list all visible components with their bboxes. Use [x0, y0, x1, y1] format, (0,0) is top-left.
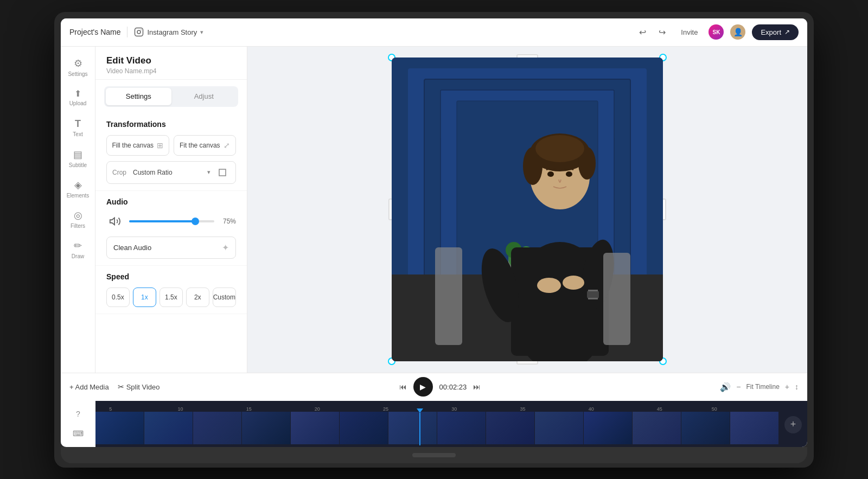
speed-1.5x-button[interactable]: 1.5x [159, 288, 183, 307]
transform-row: Fill the canvas ⊞ Fit the canvas ⤢ [106, 135, 236, 156]
draw-icon: ✏ [74, 240, 82, 252]
filters-icon: ◎ [74, 209, 82, 221]
split-video-button[interactable]: ✂ Split Video [118, 382, 160, 391]
skip-forward-button[interactable]: ⏭ [473, 382, 481, 391]
invite-button[interactable]: Invite [676, 26, 702, 39]
sidebar-item-settings[interactable]: ⚙ Settings [65, 53, 91, 81]
crop-ratio-select[interactable]: Custom Ratio 16:9 9:16 1:1 4:3 [133, 169, 203, 176]
split-icon: ✂ [118, 382, 124, 391]
ruler-tick-25: 25 [383, 406, 388, 412]
timeline-frame-8 [437, 412, 486, 444]
transformations-section: Transformations Fill the canvas ⊞ Fit th… [95, 113, 247, 191]
audio-title: Audio [106, 197, 236, 206]
ruler-tick-40: 40 [589, 406, 594, 412]
timeline-frame-12 [633, 412, 681, 444]
sidebar-item-elements[interactable]: ◈ Elements [65, 175, 91, 203]
timeline-frame-6 [340, 412, 388, 444]
playhead-triangle [417, 408, 423, 413]
add-clip-button[interactable]: + [784, 416, 802, 433]
undo-redo-group: ↩ ↪ [634, 24, 670, 40]
elements-label: Elements [67, 193, 90, 199]
timeline-frame-1 [95, 412, 144, 444]
volume-fill [129, 220, 193, 222]
playhead[interactable] [417, 408, 423, 445]
skip-back-button[interactable]: ⏮ [399, 382, 407, 391]
main-content: ⚙ Settings ⬆ Upload T Text ▤ Subtitle ◈ [61, 47, 807, 373]
ruler-tick-5: 5 [109, 406, 112, 412]
settings-label: Settings [68, 71, 87, 77]
volume-slider[interactable] [129, 220, 214, 222]
fit-timeline-button[interactable]: Fit Timeline [746, 383, 779, 391]
subtitle-label: Subtitle [69, 162, 87, 168]
undo-button[interactable]: ↩ [634, 24, 650, 40]
speed-section: Speed 0.5x 1x 1.5x 2x [95, 266, 247, 314]
timeline-frame-2 [144, 412, 193, 444]
plus-icon[interactable]: + [785, 382, 789, 391]
sidebar-item-text[interactable]: T Text [65, 114, 91, 142]
play-button[interactable]: ▶ [413, 377, 433, 397]
speed-0.5x-button[interactable]: 0.5x [106, 288, 130, 307]
canvas-frame: ↙ ↗ [392, 58, 663, 361]
ruler-tick-35: 35 [520, 406, 525, 412]
upload-icon: ⬆ [74, 88, 81, 99]
settings-panel: Edit Video Video Name.mp4 Settings Adjus… [95, 47, 247, 373]
crop-icon-button[interactable] [215, 165, 230, 180]
svg-rect-39 [435, 247, 462, 345]
ruler-tick-10: 10 [177, 406, 183, 412]
volume-label: 75% [220, 218, 236, 225]
ruler-tick-50: 50 [712, 406, 717, 412]
export-button[interactable]: Export ↗ [752, 24, 799, 40]
timeline-frame-5 [291, 412, 340, 444]
svg-point-37 [547, 171, 554, 177]
elements-icon: ◈ [74, 179, 82, 191]
crop-label: Crop [112, 169, 126, 176]
divider [127, 27, 127, 37]
tab-adjust[interactable]: Adjust [171, 88, 237, 105]
add-media-label: + Add Media [69, 383, 109, 391]
minus-icon[interactable]: − [736, 382, 741, 391]
sidebar-item-subtitle[interactable]: ▤ Subtitle [65, 144, 91, 173]
audio-control: 75% [106, 213, 236, 230]
sidebar-icons: ⚙ Settings ⬆ Upload T Text ▤ Subtitle ◈ [61, 47, 95, 373]
draw-label: Draw [72, 253, 84, 259]
svg-point-30 [563, 276, 584, 290]
expand-icon[interactable]: ↕ [795, 382, 799, 391]
ruler-tick-30: 30 [451, 406, 457, 412]
fill-icon: ⊞ [157, 141, 163, 150]
svg-rect-26 [587, 291, 599, 298]
sidebar-bottom: ? ⌨ [61, 401, 95, 447]
speed-1x-button[interactable]: 1x [133, 288, 156, 307]
timeline-strip [95, 412, 780, 444]
help-icon[interactable]: ? [71, 406, 86, 421]
time-display: 00:02:23 [439, 383, 467, 391]
clean-audio-button[interactable]: Clean Audio ✦ [106, 237, 236, 259]
timeline-frame-11 [584, 412, 633, 444]
fill-canvas-button[interactable]: Fill the canvas ⊞ [106, 135, 169, 156]
speed-1.5x-label: 1.5x [165, 293, 177, 301]
panel-header: Edit Video Video Name.mp4 [95, 47, 247, 80]
timeline-frame-4 [242, 412, 291, 444]
crop-row: Crop Custom Ratio 16:9 9:16 1:1 4:3 ▾ [106, 161, 236, 184]
scene-svg [392, 58, 663, 361]
keyboard-icon[interactable]: ⌨ [71, 426, 86, 441]
redo-button[interactable]: ↪ [654, 24, 670, 40]
speed-2x-button[interactable]: 2x [186, 288, 209, 307]
sidebar-item-upload[interactable]: ⬆ Upload [65, 84, 91, 112]
platform-selector[interactable]: Instagram Story ▾ [134, 27, 203, 37]
speed-0.5x-label: 0.5x [112, 293, 124, 301]
split-video-label: Split Video [126, 383, 160, 391]
add-media-button[interactable]: + Add Media [69, 383, 109, 391]
sidebar-item-filters[interactable]: ◎ Filters [65, 205, 91, 233]
text-label: Text [73, 131, 82, 137]
export-icon: ↗ [784, 28, 790, 36]
video-preview [392, 58, 663, 361]
project-name: Project's Name [69, 28, 120, 36]
tab-settings[interactable]: Settings [106, 88, 171, 105]
sidebar-item-draw[interactable]: ✏ Draw [65, 235, 91, 264]
volume-thumb[interactable] [192, 218, 199, 225]
speed-custom-button[interactable]: Custom [213, 288, 236, 307]
playback-controls: ⏮ ▶ 00:02:23 ⏭ [399, 377, 481, 397]
fit-canvas-button[interactable]: Fit the canvas ⤢ [174, 135, 237, 156]
volume-icon [106, 213, 124, 230]
laptop-notch [412, 453, 456, 457]
